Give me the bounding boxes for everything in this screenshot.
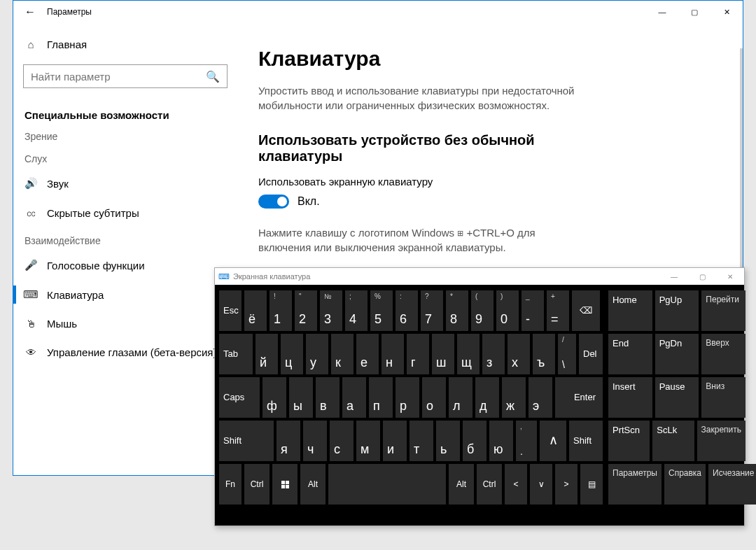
key-help[interactable]: Справка xyxy=(664,464,706,505)
key-del[interactable]: Del xyxy=(579,334,603,374)
key-о[interactable]: о xyxy=(422,377,446,418)
key-й[interactable]: й xyxy=(255,334,278,374)
key-ы[interactable]: ы xyxy=(289,377,313,418)
key-backspace[interactable]: ⌫ xyxy=(572,290,600,331)
key-8[interactable]: *8 xyxy=(446,290,468,331)
key-м[interactable]: м xyxy=(356,421,380,461)
key-а[interactable]: а xyxy=(342,377,366,418)
nav-sound[interactable]: 🔊Звук xyxy=(13,169,237,198)
key-в[interactable]: в xyxy=(316,377,340,418)
key-ctrl-left[interactable]: Ctrl xyxy=(244,464,270,505)
key-з[interactable]: з xyxy=(482,334,505,374)
nav-eye-control[interactable]: 👁Управление глазами (бета-версия) xyxy=(13,338,237,367)
key-г[interactable]: г xyxy=(407,334,429,374)
key-space[interactable] xyxy=(328,464,446,505)
nav-speech[interactable]: 🎤Голосовые функции xyxy=(13,251,237,280)
nav-keyboard[interactable]: ⌨Клавиатура xyxy=(13,280,237,309)
key-ctrl-right[interactable]: Ctrl xyxy=(477,464,502,505)
search-box[interactable]: 🔍 xyxy=(23,64,227,88)
key-е[interactable]: е xyxy=(356,334,379,374)
key-pgup[interactable]: PgUp xyxy=(655,290,699,331)
key-enter[interactable]: Enter xyxy=(555,377,603,418)
key-esc[interactable]: Esc xyxy=(219,290,241,331)
key-9[interactable]: (9 xyxy=(471,290,493,331)
key-н[interactable]: н xyxy=(382,334,404,374)
key-и[interactable]: и xyxy=(383,421,407,461)
key-pgdn[interactable]: PgDn xyxy=(655,334,699,374)
key-ф[interactable]: ф xyxy=(262,377,286,418)
maximize-button[interactable]: ▢ xyxy=(678,1,710,23)
key-arrow-left[interactable]: < xyxy=(505,464,527,505)
key-prtscn[interactable]: PrtScn xyxy=(608,421,650,461)
search-input[interactable] xyxy=(31,71,206,83)
key-1[interactable]: !1 xyxy=(270,290,292,331)
key-params[interactable]: Параметры xyxy=(608,464,662,505)
key-ш[interactable]: ш xyxy=(432,334,454,374)
key-3[interactable]: №3 xyxy=(320,290,342,331)
key-д[interactable]: д xyxy=(475,377,499,418)
nav-captions[interactable]: ㏄Скрытые субтитры xyxy=(13,198,237,228)
key-alt-right[interactable]: Alt xyxy=(449,464,474,505)
key-pin[interactable]: Закрепить xyxy=(697,421,746,461)
key-х[interactable]: х xyxy=(507,334,530,374)
key-insert[interactable]: Insert xyxy=(608,377,652,418)
key-pause[interactable]: Pause xyxy=(655,377,699,418)
key-fn[interactable]: Fn xyxy=(219,464,241,505)
key-end[interactable]: End xyxy=(608,334,652,374)
key-shift-right[interactable]: Shift xyxy=(569,421,603,461)
key-т[interactable]: т xyxy=(410,421,433,461)
key-=[interactable]: += xyxy=(547,290,569,331)
key-sclk[interactable]: ScLk xyxy=(652,421,694,461)
key-0[interactable]: )0 xyxy=(496,290,519,331)
key-ч[interactable]: ч xyxy=(303,421,327,461)
key-б[interactable]: б xyxy=(463,421,486,461)
toggle-label: Использовать экранную клавиатуру xyxy=(258,176,722,188)
key-у[interactable]: у xyxy=(306,334,328,374)
key-4[interactable]: ;4 xyxy=(345,290,368,331)
key-э[interactable]: э xyxy=(528,377,552,418)
key-nav-up[interactable]: Вверх xyxy=(701,334,746,374)
key-menu[interactable]: ▤ xyxy=(580,464,603,505)
key-7[interactable]: ?7 xyxy=(421,290,443,331)
key-arrow-up[interactable]: ∧ xyxy=(540,421,566,461)
key-arrow-down[interactable]: ∨ xyxy=(530,464,552,505)
key-shift-left[interactable]: Shift xyxy=(219,421,274,461)
key-р[interactable]: р xyxy=(396,377,419,418)
osk-minimize-button[interactable]: — xyxy=(660,268,688,285)
key-ж[interactable]: ж xyxy=(502,377,526,418)
key-arrow-right[interactable]: > xyxy=(555,464,578,505)
key-ь[interactable]: ь xyxy=(436,421,460,461)
nav-home[interactable]: ⌂ Главная xyxy=(13,30,237,59)
close-button[interactable]: ✕ xyxy=(710,1,743,23)
key-win[interactable] xyxy=(272,464,298,505)
key-с[interactable]: с xyxy=(330,421,354,461)
key-ю[interactable]: ю xyxy=(489,421,513,461)
key-yo[interactable]: ё xyxy=(244,290,267,331)
nav-mouse[interactable]: 🖱Мышь xyxy=(13,309,237,338)
key-к[interactable]: к xyxy=(331,334,354,374)
key-щ[interactable]: щ xyxy=(457,334,479,374)
key-caps[interactable]: Caps xyxy=(219,377,260,418)
key-alt-left[interactable]: Alt xyxy=(300,464,326,505)
osk-close-button[interactable]: ✕ xyxy=(716,268,744,285)
key-nav-go[interactable]: Перейти xyxy=(701,290,746,331)
key-6[interactable]: :6 xyxy=(396,290,418,331)
key-л[interactable]: л xyxy=(449,377,472,418)
key-fade[interactable]: Исчезание xyxy=(708,464,756,505)
key-dot[interactable]: ,. xyxy=(516,421,537,461)
key-п[interactable]: п xyxy=(369,377,393,418)
osk-toggle[interactable] xyxy=(258,195,289,209)
key-tab[interactable]: Tab xyxy=(219,334,253,374)
back-button[interactable]: ← xyxy=(13,1,47,23)
key-nav-down[interactable]: Вниз xyxy=(701,377,746,418)
key-5[interactable]: %5 xyxy=(370,290,393,331)
key-backslash[interactable]: /\ xyxy=(558,334,576,374)
key-я[interactable]: я xyxy=(276,421,300,461)
key-ц[interactable]: ц xyxy=(281,334,303,374)
key-home[interactable]: Home xyxy=(608,290,652,331)
osk-maximize-button[interactable]: ▢ xyxy=(688,268,716,285)
key--[interactable]: _- xyxy=(522,290,544,331)
key-ъ[interactable]: ъ xyxy=(533,334,555,374)
minimize-button[interactable]: — xyxy=(646,1,678,23)
key-2[interactable]: "2 xyxy=(295,290,317,331)
